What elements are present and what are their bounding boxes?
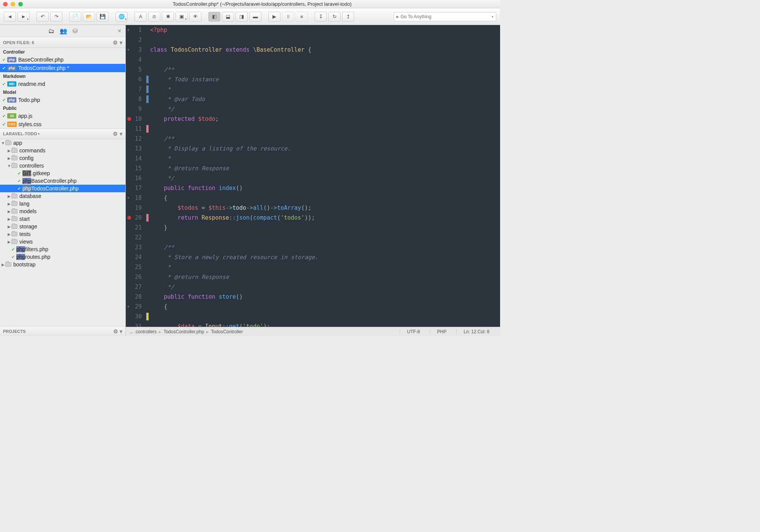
tree-tests[interactable]: ▶tests bbox=[0, 230, 125, 238]
check-icon: ✔ bbox=[11, 255, 15, 260]
stop-button[interactable]: ■ bbox=[296, 12, 308, 22]
check-icon: ✔ bbox=[2, 82, 6, 87]
tree-models[interactable]: ▶models bbox=[0, 207, 125, 215]
tree-routes[interactable]: ✔phproutes.php bbox=[0, 253, 125, 261]
tree-views[interactable]: ▶views bbox=[0, 238, 125, 245]
new-file-button[interactable]: 📄 bbox=[69, 12, 81, 22]
pause-button[interactable]: ⏸ bbox=[282, 12, 294, 22]
tree-filters[interactable]: ✔phpfilters.php bbox=[0, 245, 125, 253]
group-public: Public bbox=[0, 104, 125, 112]
tree-gitkeep[interactable]: ✔GIT.gitkeep bbox=[0, 169, 125, 177]
project-header[interactable]: LARAVEL-TODO▾ ⚙ ▾ bbox=[0, 128, 125, 139]
panel-full-button[interactable]: ▬ bbox=[249, 12, 261, 22]
check-icon: ✔ bbox=[2, 122, 6, 127]
close-sidebar-icon[interactable]: ✕ bbox=[117, 28, 122, 34]
step-over-button[interactable]: ↻ bbox=[328, 12, 340, 22]
snippet-button[interactable]: ✱ bbox=[162, 12, 174, 22]
step-out-button[interactable]: ↥ bbox=[342, 12, 354, 22]
panel-bottom-button[interactable]: ⬓ bbox=[222, 12, 234, 22]
goto-anything[interactable]: ▶ ▾ bbox=[394, 12, 496, 21]
tree-controllers[interactable]: ▼controllers bbox=[0, 162, 125, 169]
gear-icon[interactable]: ⚙ ▾ bbox=[113, 328, 122, 334]
breadcrumb[interactable]: ... controllers▸ TodosController.php▸ To… bbox=[130, 329, 243, 334]
minimize-window[interactable] bbox=[11, 2, 15, 6]
tree-lang[interactable]: ▶lang bbox=[0, 200, 125, 207]
tree-app[interactable]: ▼ app bbox=[0, 139, 125, 147]
crumb-2[interactable]: TodosController.php bbox=[163, 329, 204, 334]
tree-start[interactable]: ▶start bbox=[0, 215, 125, 223]
open-file-appjs[interactable]: ✔ JS app.js bbox=[0, 112, 125, 120]
php-badge: php bbox=[16, 254, 25, 260]
undo-button[interactable]: ↶ bbox=[36, 12, 49, 22]
folder-icon bbox=[11, 224, 17, 229]
open-file-basecontroller[interactable]: ✔ php BaseController.php bbox=[0, 55, 125, 64]
open-file-todo[interactable]: ✔ php Todo.php bbox=[0, 96, 125, 104]
open-files-header[interactable]: OPEN FILES: 6 ⚙ ▾ bbox=[0, 37, 125, 48]
file-label: TodosController.php * bbox=[18, 65, 69, 71]
panel-right-button[interactable]: ◨ bbox=[236, 12, 248, 22]
tree-config[interactable]: ▶config bbox=[0, 154, 125, 162]
projects-footer[interactable]: PROJECTS ⚙ ▾ bbox=[0, 326, 125, 336]
open-file-todoscontroller[interactable]: ✔ php TodosController.php * bbox=[0, 64, 125, 72]
tree-label: config bbox=[19, 155, 33, 161]
toggle-button-a[interactable]: ⎚ bbox=[148, 12, 160, 22]
tree-label: bootstrap bbox=[13, 261, 35, 268]
gear-icon[interactable]: ⚙ ▾ bbox=[113, 131, 122, 137]
open-file-stylescss[interactable]: ✔ CSS styles.css bbox=[0, 120, 125, 128]
places-tab-icon[interactable]: 🗂 bbox=[48, 28, 54, 35]
tree-todoscontroller[interactable]: ✔phpTodosController.php bbox=[0, 185, 125, 192]
back-button[interactable]: ◄ bbox=[4, 12, 16, 22]
terminal-button[interactable]: ▣ bbox=[176, 12, 188, 22]
zoom-window[interactable] bbox=[18, 2, 23, 6]
open-files-label: OPEN FILES: 6 bbox=[3, 40, 34, 45]
window-title: TodosController.php* (~/Projects/laravel… bbox=[27, 1, 497, 7]
folder-icon bbox=[11, 163, 17, 168]
group-model: Model bbox=[0, 88, 125, 96]
close-window[interactable] bbox=[3, 2, 8, 6]
browser-preview-button[interactable]: 🌐 bbox=[116, 12, 128, 22]
gear-icon[interactable]: ⚙ ▾ bbox=[113, 40, 122, 46]
editor-body[interactable]: ▼12▼34567891011121314151617▼181920212223… bbox=[126, 25, 500, 327]
forward-button[interactable]: ► bbox=[17, 12, 30, 22]
folder-icon bbox=[11, 201, 17, 206]
redo-button[interactable]: ↷ bbox=[50, 12, 62, 22]
panel-left-button[interactable]: ◧ bbox=[208, 12, 220, 22]
sidebar: 🗂 👥 ⛁ ✕ OPEN FILES: 6 ⚙ ▾ Controller ✔ p… bbox=[0, 25, 126, 336]
open-file-button[interactable]: 📂 bbox=[83, 12, 95, 22]
tree-database[interactable]: ▶database bbox=[0, 192, 125, 200]
people-tab-icon[interactable]: 👥 bbox=[60, 27, 67, 35]
step-button[interactable]: ↧ bbox=[315, 12, 327, 22]
status-encoding[interactable]: UTF-8 bbox=[400, 329, 427, 334]
folder-icon bbox=[11, 239, 17, 244]
save-button[interactable]: 💾 bbox=[97, 12, 109, 22]
check-icon: ✔ bbox=[2, 114, 6, 119]
status-language[interactable]: PHP bbox=[430, 329, 453, 334]
js-badge: JS bbox=[7, 113, 16, 119]
crumb-3[interactable]: TodosController bbox=[211, 329, 243, 334]
goto-input[interactable] bbox=[401, 14, 490, 19]
folder-icon bbox=[11, 156, 17, 160]
folder-icon bbox=[11, 194, 17, 198]
file-label: app.js bbox=[18, 113, 32, 119]
crumb-1[interactable]: controllers bbox=[136, 329, 157, 334]
dropdown-icon: ▾ bbox=[492, 15, 494, 19]
titlebar: TodosController.php* (~/Projects/laravel… bbox=[0, 0, 500, 8]
tree-label: start bbox=[19, 216, 30, 222]
tree-storage[interactable]: ▶storage bbox=[0, 223, 125, 230]
status-position[interactable]: Ln: 12 Col: 8 bbox=[456, 329, 496, 334]
preview-button[interactable]: 👁 bbox=[189, 12, 201, 22]
folder-icon bbox=[11, 217, 17, 221]
tree-commands[interactable]: ▶commands bbox=[0, 147, 125, 154]
database-tab-icon[interactable]: ⛁ bbox=[73, 27, 78, 35]
tree-label: lang bbox=[19, 201, 29, 207]
tree-basecontroller[interactable]: ✔phpBaseController.php bbox=[0, 177, 125, 185]
toolbar: ◄ ► ↶ ↷ 📄 📂 💾 🌐 A ⎚ ✱ ▣ 👁 ◧ ⬓ ◨ ▬ ▶ ⏸ ■ … bbox=[0, 8, 500, 25]
play-button[interactable]: ▶ bbox=[268, 12, 280, 22]
file-label: Todo.php bbox=[18, 97, 40, 103]
text-tool-button[interactable]: A bbox=[135, 12, 147, 22]
php-badge: php bbox=[7, 97, 16, 103]
check-icon: ✔ bbox=[17, 171, 21, 176]
tree-bootstrap[interactable]: ▶bootstrap bbox=[0, 261, 125, 268]
open-file-readme[interactable]: ✔ MD readme.md bbox=[0, 80, 125, 88]
group-markdown: Markdown bbox=[0, 72, 125, 80]
